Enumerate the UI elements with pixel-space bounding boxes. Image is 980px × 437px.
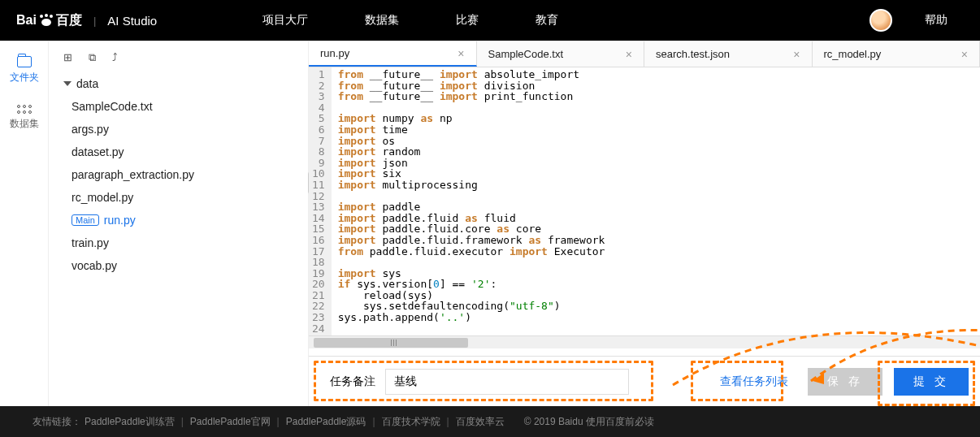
task-bar: 任务备注 查看任务列表 保 存 提 交 (309, 356, 980, 406)
file-tree: data SampleCode.txt args.py dataset.py p… (49, 72, 308, 277)
nav-datasets[interactable]: 数据集 (365, 13, 399, 28)
tree-file-main[interactable]: Main run.py (57, 209, 300, 231)
main-tag: Main (72, 214, 99, 226)
close-icon[interactable]: × (961, 48, 968, 61)
dataset-icon (17, 105, 32, 114)
logo-group[interactable]: Bai百度 | AI Studio (16, 12, 157, 29)
sidebar-files[interactable]: 文件夹 (10, 56, 39, 84)
submit-button[interactable]: 提 交 (894, 368, 969, 396)
footer-label: 友情链接： (33, 415, 81, 429)
tree-file[interactable]: args.py (57, 118, 300, 141)
tab-run.py[interactable]: run.py× (309, 41, 477, 67)
logo-separator: | (93, 15, 96, 27)
new-folder-icon[interactable]: ⧉ (89, 51, 96, 64)
horizontal-scrollbar[interactable] (309, 335, 980, 348)
tab-search.test.json[interactable]: search.test.json× (644, 41, 813, 67)
tree-file[interactable]: SampleCode.txt (57, 95, 300, 118)
upload-icon[interactable]: ⤴ (112, 51, 118, 64)
editor-area: run.py×SampleCode.txt×search.test.json×r… (309, 41, 980, 406)
close-icon[interactable]: × (626, 48, 632, 61)
footer-link[interactable]: 百度技术学院 (382, 416, 440, 427)
avatar[interactable] (869, 9, 892, 32)
scrollbar-thumb[interactable] (314, 338, 468, 348)
close-icon[interactable]: × (793, 48, 800, 61)
baidu-logo: Bai百度 (16, 12, 82, 29)
nav-education[interactable]: 教育 (536, 13, 558, 28)
tree-file[interactable]: rc_model.py (57, 186, 300, 209)
tree-file[interactable]: dataset.py (57, 141, 300, 163)
footer-copyright: © 2019 Baidu 使用百度前必读 (524, 415, 654, 429)
tab-rc_model.py[interactable]: rc_model.py× (813, 41, 981, 67)
tab-SampleCode.txt[interactable]: SampleCode.txt× (477, 41, 645, 67)
code-lines[interactable]: from __future__ import absolute_importfr… (332, 67, 612, 335)
sidebar-files-label: 文件夹 (10, 71, 39, 84)
editor-tabs: run.py×SampleCode.txt×search.test.json×r… (309, 41, 980, 67)
footer-link[interactable]: 百度效率云 (456, 416, 505, 427)
chevron-down-icon (63, 81, 72, 86)
tree-file[interactable]: train.py (57, 231, 300, 254)
footer: 友情链接： PaddlePaddle训练营|PaddlePaddle官网|Pad… (0, 406, 980, 437)
new-file-icon[interactable]: ⊞ (63, 51, 72, 64)
nav-competition[interactable]: 比赛 (456, 13, 479, 28)
main-area: 文件夹 数据集 ⊞ ⧉ ⤴ data SampleCode.txt args.p… (0, 41, 980, 406)
save-button[interactable]: 保 存 (808, 368, 882, 396)
footer-link[interactable]: PaddlePaddle官网 (190, 416, 271, 427)
nav-projects[interactable]: 项目大厅 (262, 13, 308, 28)
tree-file[interactable]: vocab.py (57, 254, 300, 277)
tree-folder-data[interactable]: data (57, 72, 300, 95)
code-editor[interactable]: 123456789101112131415161718192021222324 … (309, 67, 980, 335)
view-task-list-link[interactable]: 查看任务列表 (712, 370, 796, 394)
close-icon[interactable]: × (457, 47, 464, 60)
task-label: 任务备注 (330, 374, 375, 389)
main-nav: 项目大厅 数据集 比赛 教育 (262, 13, 558, 28)
file-toolbar: ⊞ ⧉ ⤴ (49, 48, 308, 72)
line-gutter: 123456789101112131415161718192021222324 (309, 67, 332, 335)
sidebar-datasets-label: 数据集 (10, 117, 39, 131)
code-wrap: 123456789101112131415161718192021222324 … (309, 67, 980, 356)
left-sidebar: 文件夹 数据集 (0, 41, 49, 406)
paw-icon (40, 15, 53, 26)
top-bar: Bai百度 | AI Studio 项目大厅 数据集 比赛 教育 帮助 (0, 0, 980, 41)
footer-link[interactable]: PaddlePaddle源码 (286, 416, 366, 427)
task-input[interactable] (385, 369, 629, 395)
sidebar-datasets[interactable]: 数据集 (10, 105, 39, 131)
file-panel: ⊞ ⧉ ⤴ data SampleCode.txt args.py datase… (49, 41, 309, 406)
tree-file[interactable]: paragraph_extraction.py (57, 163, 300, 186)
footer-link[interactable]: PaddlePaddle训练营 (85, 416, 175, 427)
help-link[interactable]: 帮助 (925, 13, 947, 28)
folder-icon (17, 56, 32, 67)
studio-logo: AI Studio (107, 14, 157, 28)
